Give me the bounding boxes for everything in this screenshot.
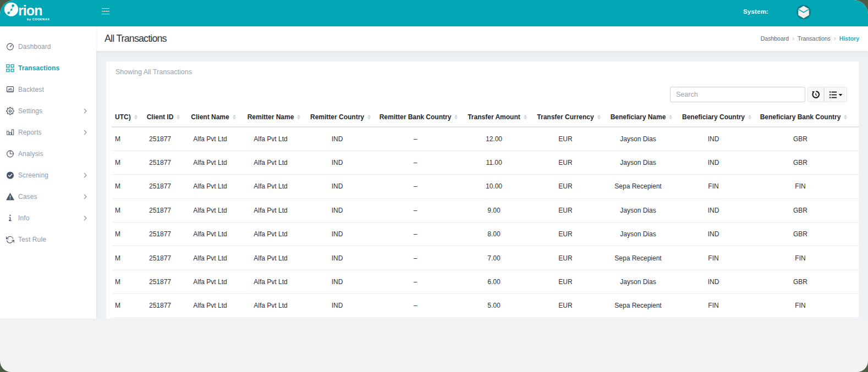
svg-text:rion: rion — [18, 3, 42, 18]
svg-text:by CODENAX: by CODENAX — [27, 18, 50, 21]
